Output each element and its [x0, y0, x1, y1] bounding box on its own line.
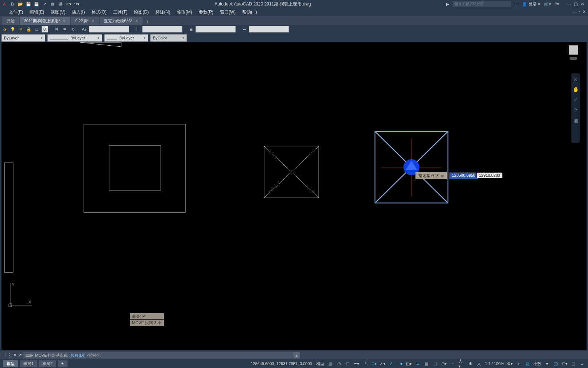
command-input[interactable]: ⌨▸ MOVE 指定基点或 [位移(D)] <位移>: — [23, 352, 293, 359]
search-input[interactable]: 键入关键字或短语 — [453, 1, 511, 7]
zoom-extents-icon[interactable]: ⤢ — [573, 97, 578, 103]
menu-help[interactable]: 帮助(H) — [242, 9, 257, 15]
doc-close[interactable]: ✕ — [583, 9, 586, 14]
view-cube[interactable] — [567, 45, 580, 69]
menu-draw[interactable]: 绘图(D) — [134, 9, 149, 15]
cart-icon[interactable]: 🛒▾ — [544, 2, 551, 7]
infocenter-icon[interactable]: ⬚ — [515, 2, 518, 7]
maximize-button[interactable]: ▢ — [574, 1, 578, 7]
lineweight-icon[interactable]: ≡ — [415, 361, 421, 367]
tab-layout2[interactable]: 布局2 — [39, 360, 56, 367]
model-space-button[interactable]: 模型 — [316, 361, 324, 367]
crosshair-icon[interactable]: + — [516, 361, 522, 367]
menu-tools[interactable]: 工具(T) — [113, 9, 127, 15]
full-nav-icon[interactable]: ⊙ — [573, 76, 578, 82]
close-tab-icon[interactable]: ✕ — [135, 19, 138, 23]
tab-file-1[interactable]: 2011期-阿强上课用*✕ — [20, 17, 70, 25]
menu-format[interactable]: 格式(O) — [92, 9, 107, 15]
gear-icon[interactable]: ⚙▾ — [507, 361, 513, 367]
help-icon[interactable]: ?▾ — [555, 2, 559, 7]
hwaccel-icon[interactable]: ◯ — [553, 361, 559, 367]
grid-icon[interactable]: ▦ — [327, 361, 333, 367]
layer-sq[interactable]: 0 — [42, 26, 48, 32]
tablestyle-dropdown[interactable] — [196, 26, 236, 32]
dyninput-icon[interactable]: ⊦ — [450, 361, 456, 367]
save-icon[interactable]: 💾 — [26, 1, 31, 7]
tablestyle-icon[interactable]: ⊞ — [187, 26, 194, 32]
match-layer-icon[interactable]: ≅ — [61, 26, 68, 32]
layer-freeze-icon[interactable]: ❄ — [18, 26, 24, 32]
3dosnap-icon[interactable]: ◫▾ — [406, 361, 412, 367]
dynamic-input-x[interactable]: 128586.6958 — [449, 172, 478, 178]
color-dropdown[interactable]: ByLayer▾ — [1, 34, 45, 42]
orbit-icon[interactable]: ⟳ — [573, 107, 578, 113]
redo-icon[interactable]: ↷▾ — [74, 1, 80, 7]
grid-display-icon[interactable]: ⊞ — [336, 361, 342, 367]
tab-file-3[interactable]: 亚克力做模666*✕ — [100, 17, 143, 25]
layer-prev-icon[interactable]: ⟲ — [69, 26, 76, 32]
menu-edit[interactable]: 编辑(E) — [30, 9, 44, 15]
transparency-icon[interactable]: ▦ — [423, 361, 429, 367]
minimize-button[interactable]: — — [566, 1, 571, 7]
menu-view[interactable]: 视图(V) — [51, 9, 65, 15]
tab-start[interactable]: 开始 — [2, 17, 19, 25]
mleader-dropdown[interactable] — [249, 26, 289, 32]
doc-minimize[interactable]: — — [573, 9, 577, 14]
isolate-icon[interactable]: ⊡▾ — [562, 361, 568, 367]
plot-icon[interactable]: 🗎 — [50, 1, 55, 7]
dimstyle-icon[interactable]: ⊢ — [134, 26, 141, 32]
ws-switch-icon[interactable]: 人▾ — [459, 361, 464, 367]
dynucs-icon[interactable]: ⊞▾ — [441, 361, 447, 367]
menu-insert[interactable]: 插入(I) — [72, 9, 85, 15]
menu-param[interactable]: 参数(P) — [199, 9, 213, 15]
menu-modify[interactable]: 修改(M) — [177, 9, 192, 15]
menu-window[interactable]: 窗口(W) — [220, 9, 236, 15]
print-icon[interactable]: 🖶 — [58, 1, 63, 7]
cmd-option[interactable]: [位移(D)] — [69, 353, 85, 358]
pan-icon[interactable]: ✋ — [573, 87, 579, 92]
layer-color-icon[interactable]: □ — [34, 26, 40, 32]
annomonitor-icon[interactable]: ✱ — [467, 361, 473, 367]
show-motion-icon[interactable]: ▣ — [573, 117, 578, 123]
iso-icon[interactable]: ∠▾ — [380, 361, 386, 367]
saveas-icon[interactable]: 💾 — [34, 1, 39, 7]
tab-model[interactable]: 模型 — [3, 360, 18, 367]
close-tab-icon[interactable]: ✕ — [92, 19, 94, 23]
tab-layout1[interactable]: 布局1 — [20, 360, 37, 367]
customize-icon[interactable]: ≡ — [579, 361, 585, 367]
annoscale-icon[interactable]: 人 — [476, 361, 482, 367]
dimstyle-dropdown[interactable] — [142, 26, 182, 32]
new-icon[interactable]: 🗋 — [9, 1, 15, 7]
app-logo-icon[interactable]: A — [1, 1, 7, 7]
cube-icon[interactable] — [569, 45, 578, 55]
scale-display[interactable]: 1:1 / 100% — [485, 361, 504, 367]
nav-wheel-icon[interactable] — [570, 57, 577, 60]
coordinate-display[interactable]: 128649.6003, 12631.7657, 0.0000 — [251, 361, 312, 366]
tab-file-2[interactable]: 9.22新*✕ — [71, 17, 99, 25]
mleaderstyle-icon[interactable]: ↪ — [241, 26, 247, 32]
new-tab-button[interactable]: + — [146, 19, 149, 25]
textstyle-dropdown[interactable] — [89, 26, 129, 32]
cmd-close-icon[interactable]: ✕ — [13, 353, 17, 358]
cmd-handle-icon[interactable]: ⋮⋮ — [3, 353, 12, 358]
cloud-save-icon[interactable]: ↗ — [42, 1, 47, 7]
cmd-expand-icon[interactable]: ▴ — [293, 352, 300, 359]
menu-dimension[interactable]: 标注(N) — [155, 9, 170, 15]
make-current-icon[interactable]: ≋ — [53, 26, 60, 32]
plotstyle-dropdown[interactable]: ByColor▾ — [150, 34, 187, 42]
osnap-icon[interactable]: □▾ — [397, 361, 403, 367]
menu-file[interactable]: 文件(F) — [9, 9, 23, 15]
close-button[interactable]: ✕ — [581, 1, 584, 7]
units-display[interactable]: 小数 — [533, 361, 541, 367]
doc-restore[interactable]: ▫ — [579, 9, 580, 14]
layer-lock-icon[interactable]: 🔒 — [26, 26, 32, 32]
snap-icon[interactable]: ⊡ — [345, 361, 351, 367]
drawing-canvas[interactable]: Y X ⊙ ✋ ⤢ ⟳ ▣ 指定基点或 ▦ 128586.6958 12910.… — [0, 42, 588, 351]
cmd-recent-icon[interactable]: ↗ — [18, 353, 22, 358]
linetype-dropdown[interactable]: ByLayer▾ — [47, 34, 102, 42]
otrack-icon[interactable]: ∠ — [388, 361, 394, 367]
cycling-icon[interactable]: ⬚ — [432, 361, 438, 367]
close-tab-icon[interactable]: ✕ — [63, 19, 66, 23]
cleanscreen-icon[interactable]: ▢ — [570, 361, 576, 367]
units-drop-icon[interactable]: ▾ — [544, 361, 550, 367]
